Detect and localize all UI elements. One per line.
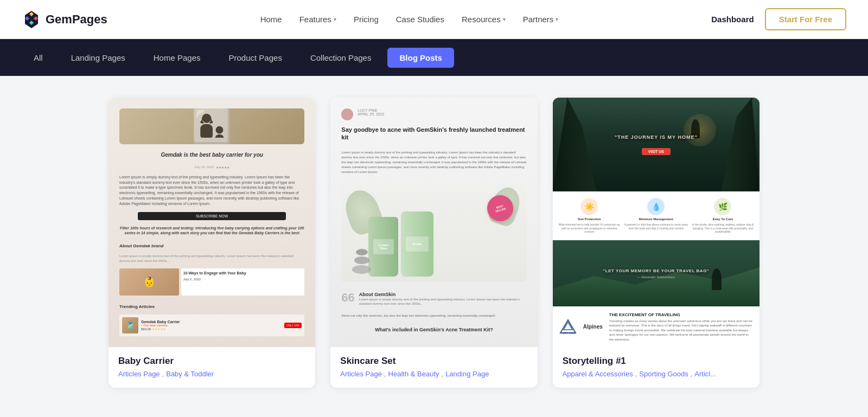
care-icon: 🌿	[714, 198, 731, 215]
navbar: GemPages Home Features ▾ Pricing Case St…	[0, 0, 868, 39]
start-for-free-button[interactable]: Start For Free	[765, 8, 846, 30]
partners-chevron-icon: ▾	[556, 16, 558, 22]
card-preview-skincare: LUCY PIKE APRIL 25, 2022 Say goodbye to …	[330, 98, 537, 347]
resources-chevron-icon: ▾	[503, 16, 506, 22]
sun-icon: ☀️	[580, 198, 598, 215]
travel-features-row: ☀️ Sun Protection Wide brimmed hat to he…	[553, 191, 760, 240]
baby-brand-body: Lorem ipsum is simply dummy text of the …	[119, 254, 304, 263]
subscribe-box: SUBSCRIBE NOW	[138, 212, 286, 220]
card-preview-storytelling: "THE JOURNEY IS MY HOME" VISIT US ☀️ Sun…	[553, 98, 760, 347]
alpines-description: THE EXCITEMENT OF TRAVELING Traveling cr…	[609, 312, 753, 342]
card-skincare: LUCY PIKE APRIL 25, 2022 Say goodbye to …	[330, 98, 537, 388]
card-preview-baby: 👩‍👦 Gemdak is the best baby carrier for …	[108, 98, 315, 347]
card-title-baby: Baby Carrier	[118, 356, 305, 367]
filter-bar: All Landing Pages Home Pages Product Pag…	[0, 39, 868, 76]
card-tags-storytelling: Apparel & Accessories , Sporting Goods ,…	[563, 370, 750, 378]
filter-blog-posts[interactable]: Blog Posts	[387, 48, 454, 68]
nav-links: Home Features ▾ Pricing Case Studies Res…	[260, 15, 559, 24]
card-title-storytelling: Storytelling #1	[563, 356, 750, 367]
travel-feat-sun: ☀️ Sun Protection Wide brimmed hat to he…	[557, 198, 622, 234]
card-tags-skincare: Articles Page , Health & Beauty , Landin…	[340, 370, 527, 378]
nav-pricing[interactable]: Pricing	[354, 15, 379, 24]
skincare-body-1: Lorem ipsum is simply dummy text of the …	[341, 150, 526, 175]
cards-grid: 👩‍👦 Gemdak is the best baby carrier for …	[108, 98, 760, 388]
card-info-skincare: Skincare Set Articles Page , Health & Be…	[330, 347, 537, 388]
baby-secondary-body: Filter 100s hours of research and testin…	[119, 226, 304, 236]
nav-actions: Dashboard Start For Free	[711, 8, 846, 30]
alpines-icon: EST. 2009	[559, 318, 577, 335]
main-content: 👩‍👦 Gemdak is the best baby carrier for …	[0, 76, 868, 417]
skincare-header: LUCY PIKE APRIL 25, 2022	[341, 108, 526, 120]
baby-thumbnail-row: 👶 10 Ways to Engage with Your Baby July …	[119, 268, 304, 296]
travel-feat-easy: 🌿 Easy To Care In the studio, dine washi…	[691, 198, 755, 234]
filter-all[interactable]: All	[22, 48, 55, 68]
baby-article-title: Gemdak is the best baby carrier for you	[161, 152, 263, 158]
tag-health-beauty[interactable]: Health & Beauty	[388, 370, 439, 378]
alpines-brand-name: Alpines	[583, 324, 603, 330]
card-storytelling: "THE JOURNEY IS MY HOME" VISIT US ☀️ Sun…	[553, 98, 760, 388]
travel-feat-moisture: 💧 Moisture Management A garment or shirt…	[624, 198, 688, 234]
tag-baby-toddler[interactable]: Baby & Toddler	[166, 370, 214, 378]
gempages-logo-icon	[22, 10, 41, 29]
skincare-avatar	[341, 108, 353, 120]
features-chevron-icon: ▾	[334, 16, 336, 22]
skincare-title: Say goodbye to acne with GemSkin's fresh…	[341, 126, 526, 142]
tag-articles-page-2[interactable]: Articles Page	[340, 370, 382, 378]
card-title-skincare: Skincare Set	[340, 356, 527, 367]
filter-collection-pages[interactable]: Collection Pages	[298, 48, 384, 68]
travel-bottom-scene: "LET YOUR MEMORY BE YOUR TRAVEL BAG" — A…	[553, 240, 760, 306]
nav-resources[interactable]: Resources ▾	[462, 15, 506, 24]
baby-hero-image: 👩‍👦	[119, 108, 304, 144]
dashboard-button[interactable]: Dashboard	[711, 15, 754, 24]
card-info-baby: Baby Carrier Articles Page , Baby & Todd…	[108, 347, 315, 388]
moisture-icon: 💧	[647, 198, 665, 215]
nav-home[interactable]: Home	[260, 15, 282, 24]
card-baby-carrier: 👩‍👦 Gemdak is the best baby carrier for …	[108, 98, 315, 388]
nav-case-studies[interactable]: Case Studies	[396, 15, 444, 24]
logo-text: GemPages	[46, 12, 107, 27]
tag-landing-page[interactable]: Landing Page	[445, 370, 489, 378]
card-tags-baby: Articles Page , Baby & Toddler	[118, 370, 305, 378]
card-info-storytelling: Storytelling #1 Apparel & Accessories , …	[553, 347, 760, 388]
filter-product-pages[interactable]: Product Pages	[216, 48, 293, 68]
baby-article-body: Lorem ipsum is simply dummy text of the …	[119, 175, 304, 207]
filter-landing-pages[interactable]: Landing Pages	[59, 48, 137, 68]
svg-text:EST. 2009: EST. 2009	[563, 331, 575, 335]
tag-articl[interactable]: Articl...	[694, 370, 716, 378]
tag-apparel[interactable]: Apparel & Accessories	[563, 370, 633, 378]
alpines-brand-section: EST. 2009 Alpines THE EXCITEMENT OF TRAV…	[553, 306, 760, 347]
logo-link[interactable]: GemPages	[22, 10, 107, 29]
nav-partners[interactable]: Partners ▾	[523, 15, 559, 24]
nav-features[interactable]: Features ▾	[299, 15, 336, 24]
travel-hero: "THE JOURNEY IS MY HOME" VISIT US	[553, 98, 760, 191]
tag-articles-page[interactable]: Articles Page	[118, 370, 160, 378]
tag-sporting-goods[interactable]: Sporting Goods	[639, 370, 688, 378]
filter-home-pages[interactable]: Home Pages	[142, 48, 213, 68]
